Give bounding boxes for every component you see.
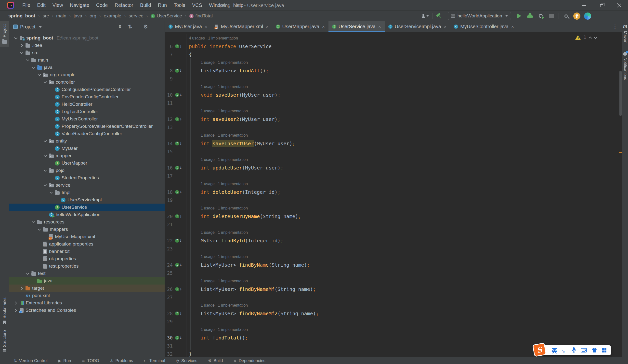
code-viewport[interactable]: 4 usages 1 implementation6I↓public inter… [165,32,622,357]
code-line[interactable]: 21 [165,220,622,228]
tab-UserService.java[interactable]: IUserService.java× [328,21,385,32]
code-text[interactable]: MyUser findById(Integer id); [186,236,622,245]
tree-row[interactable]: CEnvReaderConfigController [9,93,165,101]
inlay-hint[interactable]: 1 usage 1 implementation [186,155,622,164]
implemented-marker-icon[interactable]: I↓ [175,287,182,291]
implemented-marker-icon[interactable]: I↓ [175,166,182,170]
chevron-expanded-icon[interactable] [25,272,29,276]
search-everywhere-icon[interactable] [562,12,570,20]
tree-row[interactable]: CPropertySourceValueReaderOhterControlle… [9,123,165,130]
code-line[interactable]: 18I↓ int deleteUser(Integer id); [165,188,622,196]
skin-icon[interactable] [591,348,597,353]
code-text[interactable] [186,99,622,107]
code-text[interactable]: List<MyUser> findByNameMf(String name); [186,285,622,293]
code-area[interactable]: 4 usages 1 implementation6I↓public inter… [165,32,622,357]
tab-UserServiceImpl.java[interactable]: CUserServiceImpl.java× [385,21,450,32]
tree-row[interactable]: ChelloWorldApplication [9,211,165,218]
inlay-hint[interactable]: 1 usage 1 implementation [186,107,622,115]
inlay-hint-row[interactable]: 1 usage 1 implementation [165,107,622,115]
tree-row[interactable]: test [9,270,165,277]
implemented-marker-icon[interactable]: I↓ [175,142,182,146]
restore-icon[interactable] [593,0,610,10]
inlay-hint[interactable]: 4 usages 1 implementation [186,34,622,42]
chevron-collapsed-icon[interactable] [14,301,18,305]
close-icon[interactable] [610,0,628,10]
user-profile-icon[interactable] [421,12,429,20]
update-icon[interactable] [573,12,580,20]
tree-row[interactable]: CStudentProperties [9,174,165,182]
tree-row[interactable]: application.properties [9,240,165,248]
code-line[interactable]: 16I↓ int updateUser(MyUser user); [165,164,622,172]
gradient-plugin-icon[interactable] [584,12,591,20]
inlay-hint-row[interactable]: 1 usage 1 implementation [165,58,622,67]
menu-code[interactable]: Code [93,0,111,10]
warning-stripe-mark[interactable] [619,152,622,153]
code-line[interactable]: 22I↓ MyUser findById(Integer id); [165,236,622,245]
tree-row[interactable]: CUserServiceImpl [9,196,165,204]
tree-row[interactable]: java [9,64,165,71]
chevron-expanded-icon[interactable] [20,51,23,55]
tree-row[interactable]: CLogTestController [9,108,165,115]
run-configuration-select[interactable]: helloWorldApplication [448,12,511,20]
code-line[interactable]: 13 [165,123,622,131]
coverage-button[interactable] [537,12,544,20]
chevron-expanded-icon[interactable] [49,191,53,195]
gear-icon[interactable]: ⚙ [142,24,150,29]
close-tab-icon[interactable]: × [205,24,207,29]
microphone-icon[interactable] [572,347,576,354]
code-line[interactable]: 8I↓ List<MyUser> findAll(); [165,67,622,74]
tree-row[interactable]: banner.txt [9,248,165,255]
code-line[interactable]: 28I↓ List<MyUser> findByNameMf2(String n… [165,309,622,317]
implemented-marker-icon[interactable]: I↓ [175,190,182,194]
tool-strip-button-project[interactable]: Project [0,21,9,47]
inlay-hint[interactable]: 1 usage 1 implementation [186,325,622,334]
menu-file[interactable]: File [19,0,34,10]
collapse-all-icon[interactable]: ⇅ [126,24,134,29]
inlay-hint-row[interactable]: 1 usage 1 implementation [165,204,622,212]
next-issue-icon[interactable] [594,36,597,39]
inlay-hint[interactable]: 1 usage 1 implementation [186,204,622,212]
close-tab-icon[interactable]: × [378,24,381,29]
code-text[interactable] [186,123,622,131]
tree-row[interactable]: pojo [9,167,165,174]
code-line[interactable]: 23 [165,245,622,253]
code-line[interactable]: 19 [165,196,622,204]
code-text[interactable]: int findTotal(); [186,334,622,342]
inlay-hint[interactable]: 1 usage 1 implementation [186,301,622,309]
statusbar-version-control[interactable]: ⇅Version Control [14,358,48,363]
breadcrumb-item[interactable]: IUserService [151,13,182,19]
implemented-marker-icon[interactable]: I↓ [175,69,182,73]
implemented-marker-icon[interactable]: I↓ [175,93,182,97]
code-text[interactable] [186,74,622,83]
chevron-down-icon[interactable] [39,26,42,28]
inlay-hint[interactable]: 1 usage 1 implementation [186,228,622,236]
inlay-hint-row[interactable]: 1 usage 1 implementation [165,131,622,139]
tab-MyUserMapper.xml[interactable]: <>MyUserMapper.xml× [211,21,272,32]
tree-row[interactable]: java [9,277,165,285]
prev-issue-icon[interactable] [589,37,592,40]
code-text[interactable]: int deleteUser(Integer id); [186,188,622,196]
code-line[interactable]: 26I↓ List<MyUser> findByNameMf(String na… [165,285,622,293]
chevron-collapsed-icon[interactable] [20,43,23,47]
statusbar-dependencies[interactable]: ◈Dependencies [234,358,265,363]
implemented-marker-icon[interactable]: I↓ [175,117,182,121]
code-text[interactable] [186,269,622,277]
project-panel-title[interactable]: Project [20,24,35,30]
breadcrumb-item[interactable]: service [129,13,143,19]
close-tab-icon[interactable]: × [322,24,325,29]
breadcrumb-item[interactable]: src [43,13,49,19]
implemented-marker-icon[interactable]: I↓ [175,263,182,267]
tree-row[interactable]: src [9,49,165,56]
code-line[interactable]: 7{ [165,50,622,58]
tool-strip-button-maven[interactable]: mMaven [623,24,628,43]
inlay-hint-row[interactable]: 1 usage 1 implementation [165,155,622,164]
tab-MyUserController.java[interactable]: CMyUserController.java× [450,21,518,32]
tree-row[interactable]: Scratches and Consoles [9,307,165,314]
inlay-hint-row[interactable]: 1 usage 1 implementation [165,253,622,261]
code-text[interactable] [186,245,622,253]
tree-row[interactable]: IUserMapper [9,159,165,167]
tree-row[interactable]: CMyUserController [9,115,165,123]
chevron-expanded-icon[interactable] [37,227,41,231]
menu-run[interactable]: Run [155,0,170,10]
chevron-expanded-icon[interactable] [14,36,18,40]
